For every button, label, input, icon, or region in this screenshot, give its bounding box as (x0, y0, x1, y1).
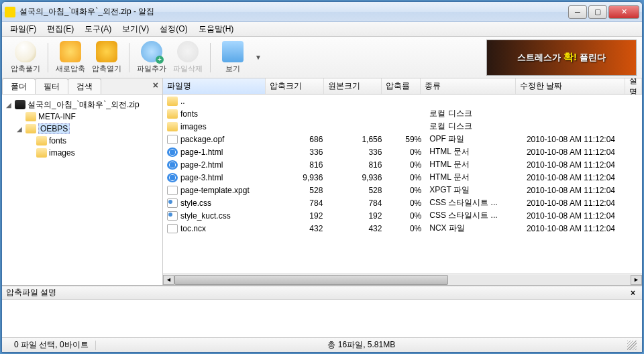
file-name-cell: .. (163, 97, 268, 106)
file-row[interactable]: page-template.xpgt5285280%XPGT 파일2010-10… (163, 184, 642, 196)
view-dropdown-arrow[interactable]: ▼ (255, 54, 262, 61)
scroll-thumb[interactable] (174, 275, 448, 285)
file-row[interactable]: package.opf6861,65659%OPF 파일2010-10-08 A… (163, 133, 642, 145)
menu-help[interactable]: 도움말(H) (193, 22, 239, 36)
file-icon (167, 224, 178, 233)
file-row[interactable]: page-3.html9,9369,9360%HTML 문서2010-10-08… (163, 171, 642, 184)
col-orig[interactable]: 원본크기 (324, 78, 382, 94)
file-name-cell: style_kuct.css (163, 211, 268, 221)
menu-tools[interactable]: 도구(A) (79, 22, 117, 36)
scroll-left-button[interactable]: ◄ (163, 275, 174, 285)
folder-icon (36, 136, 47, 145)
date-cell: 2010-10-08 AM 11:12:04 (523, 173, 634, 182)
egg-icon (15, 41, 36, 62)
file-name-cell: package.opf (163, 135, 268, 144)
comp-cell: 686 (268, 135, 327, 144)
maximize-button[interactable]: ▢ (588, 5, 607, 19)
toolbar-separator (48, 43, 48, 72)
file-row[interactable]: page-2.html8168160%HTML 문서2010-10-08 AM … (163, 158, 642, 171)
file-list[interactable]: ..fonts로컬 디스크images로컬 디스크package.opf6861… (163, 95, 642, 274)
new-archive-icon (60, 41, 81, 62)
add-file-button[interactable]: 파일추가 (133, 40, 170, 76)
minimize-button[interactable]: ─ (568, 5, 587, 19)
open-archive-icon (96, 41, 117, 62)
col-desc[interactable]: 설명 (625, 78, 642, 94)
menu-view[interactable]: 보기(V) (117, 22, 154, 36)
status-total: 총 16파일, 5.81MB (96, 339, 627, 351)
tab-folder[interactable]: 폴더 (2, 78, 36, 94)
scroll-right-button[interactable]: ► (631, 275, 642, 285)
h-scrollbar[interactable]: ◄ ► (163, 274, 642, 285)
tree-node-oebps[interactable]: ◢ OEBPS (5, 123, 160, 135)
menu-file[interactable]: 파일(F) (5, 22, 42, 36)
file-row[interactable]: style.css7847840%CSS 스타일시트 ...2010-10-08… (163, 196, 642, 209)
delete-file-button[interactable]: 파일삭제 (170, 40, 206, 76)
folder-tree[interactable]: ◢ 설국의_아침_`매화우`_외전.zip META-INF ◢ OEBPS f… (2, 95, 162, 285)
menu-settings[interactable]: 설정(O) (154, 22, 193, 36)
ratio-cell: 0% (386, 173, 425, 182)
collapse-icon[interactable]: ◢ (15, 125, 23, 133)
status-selection: 0 파일 선택, 0바이트 (7, 339, 95, 351)
tab-search[interactable]: 검색 (68, 78, 101, 94)
type-cell: 로컬 디스크 (425, 121, 523, 132)
description-body[interactable] (2, 300, 642, 337)
tree-node-metainf[interactable]: META-INF (5, 111, 160, 123)
folder-icon (167, 97, 178, 106)
description-title: 압축파일 설명 (6, 287, 56, 298)
col-comp[interactable]: 압축크기 (266, 78, 324, 94)
file-name-cell: page-1.html (163, 148, 268, 157)
file-row[interactable]: fonts로컬 디스크 (163, 107, 642, 120)
type-cell: NCX 파일 (425, 223, 523, 234)
menu-edit[interactable]: 편집(E) (42, 22, 79, 36)
comp-cell: 432 (268, 224, 327, 233)
open-archive-button[interactable]: 압축열기 (89, 40, 125, 76)
tab-filter[interactable]: 필터 (35, 78, 68, 94)
date-cell: 2010-10-08 AM 11:12:04 (523, 160, 634, 170)
date-cell: 2010-10-08 AM 11:12:04 (523, 148, 634, 157)
ad-banner[interactable]: 스트레스가 확! 풀린다 (486, 40, 637, 76)
date-cell: 2010-10-08 AM 11:12:04 (523, 198, 634, 208)
comp-cell: 9,936 (268, 173, 327, 182)
file-row[interactable]: toc.ncx4324320%NCX 파일2010-10-08 AM 11:12… (163, 222, 642, 235)
ratio-cell: 0% (386, 186, 425, 195)
comp-cell: 528 (268, 186, 327, 195)
view-button[interactable]: 보기 (215, 40, 251, 76)
file-row[interactable]: .. (163, 95, 642, 107)
app-icon (5, 7, 15, 17)
date-cell: 2010-10-08 AM 11:12:04 (523, 224, 634, 233)
new-archive-button[interactable]: 새로압축 (52, 40, 89, 76)
tree-node-fonts[interactable]: fonts (5, 135, 160, 147)
tree-node-images[interactable]: images (5, 147, 160, 159)
orig-cell: 784 (327, 198, 386, 208)
collapse-icon[interactable]: ◢ (5, 101, 13, 109)
scroll-track[interactable] (174, 275, 631, 285)
css-icon (167, 211, 178, 221)
window-title: 설국의_아침_`매화우`_외전.zip - 알집 (19, 6, 568, 17)
file-row[interactable]: images로컬 디스크 (163, 120, 642, 133)
resize-grip[interactable] (627, 341, 637, 350)
col-type[interactable]: 종류 (421, 78, 516, 94)
col-ratio[interactable]: 압축률 (382, 78, 421, 94)
css-icon (167, 198, 178, 208)
ratio-cell: 0% (386, 198, 425, 208)
file-icon (167, 135, 178, 144)
folder-icon (167, 109, 178, 119)
orig-cell: 9,936 (327, 173, 386, 182)
date-cell: 2010-10-08 AM 11:12:04 (523, 186, 634, 195)
titlebar[interactable]: 설국의_아침_`매화우`_외전.zip - 알집 ─ ▢ ✕ (2, 2, 642, 22)
file-name-cell: toc.ncx (163, 224, 268, 233)
close-button[interactable]: ✕ (608, 5, 639, 19)
tree-root[interactable]: ◢ 설국의_아침_`매화우`_외전.zip (5, 99, 160, 111)
toolbar-separator (210, 43, 211, 72)
ie-icon (167, 173, 178, 182)
col-date[interactable]: 수정한 날짜 (516, 78, 625, 94)
type-cell: CSS 스타일시트 ... (425, 197, 523, 209)
extract-button[interactable]: 압축풀기 (7, 40, 44, 76)
file-list-header: 파일명 압축크기 원본크기 압축률 종류 수정한 날짜 설명 (163, 78, 642, 95)
menubar: 파일(F) 편집(E) 도구(A) 보기(V) 설정(O) 도움말(H) (2, 22, 642, 37)
description-close-icon[interactable]: × (628, 288, 638, 298)
tab-close-icon[interactable]: × (149, 78, 162, 94)
col-name[interactable]: 파일명 (163, 78, 266, 94)
file-row[interactable]: page-1.html3363360%HTML 문서2010-10-08 AM … (163, 145, 642, 158)
file-row[interactable]: style_kuct.css1921920%CSS 스타일시트 ...2010-… (163, 209, 642, 222)
